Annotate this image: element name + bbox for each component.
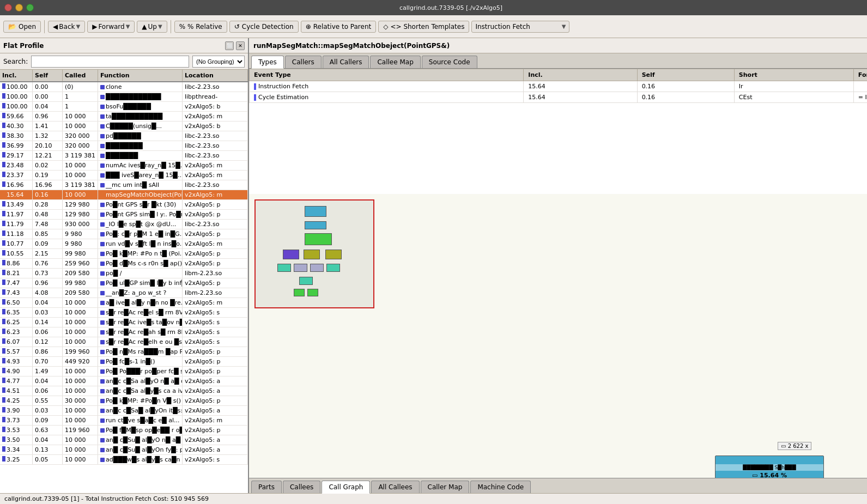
table-row[interactable]: 38.30 1.32 320 000 pd██████ libc-2.23.so [0,131,248,141]
table-row[interactable]: 100.00 0.04 1 bsoFu██████ v2xAlgo5: b [0,102,248,112]
table-row[interactable]: 3.34 0.13 10 000 an█ c█Su█ al█yOn fy█: p… [0,445,248,455]
types-row[interactable]: Cycle Estimation 15.64 0.16 CEst = Ir [250,92,868,103]
td-function: s█r re█Ac re█el s█ rm 8V() [98,308,183,317]
table-row[interactable]: 100.00 0.00 1 ████████████ libpthread- [0,92,248,102]
table-row[interactable]: 4.77 0.04 10 000 an█c c█Sa al█yO n█ a█ d… [0,377,248,386]
table-row[interactable]: 11.18 0.85 9 980 Po█: c█r p█M 1 e█ in█G.… [0,229,248,239]
graph-area[interactable]: ▭ 2 622 x ████████ S█h███ ▭ 15.64 % ▭ 10… [249,194,867,478]
types-row[interactable]: Instruction Fetch 15.64 0.16 Ir [250,81,868,92]
cycle-detection-button[interactable]: ↺ Cycle Detection [229,21,299,33]
table-row[interactable]: 4.51 0.06 10 000 an█c c█Sa al█y█s ca a i… [0,386,248,396]
cycle-icon: ↺ [234,23,240,31]
table-row[interactable]: 29.17 12.21 3 119 381 ███████ libc-2.23.… [0,151,248,161]
table-row[interactable]: 15.64 0.16 10 000 mapSegMatchObeject(Poi… [0,190,248,200]
search-input[interactable] [31,56,189,68]
th-incl[interactable]: Incl. [0,70,33,81]
td-location: v2xAlgo5: b [183,102,248,111]
instruction-fetch-dropdown[interactable]: Instruction Fetch ▼ [471,21,569,33]
td-function: numAc ives█ray_n█ 15█... [98,161,183,170]
td-location: libpthread- [183,92,248,101]
td-function: Po█ k█MP: #Po█n V█ s() [98,396,183,405]
maximize-button[interactable] [26,4,34,11]
shorten-templates-button[interactable]: ◇ <> Shorten Templates [378,21,469,33]
status-text: callgrind.out.7339-05 [1] - Total Instru… [4,495,209,502]
table-row[interactable]: 4.90 1.49 10 000 Po█ Po███r po█per fc█ s… [0,367,248,377]
panel-close-button[interactable]: ✕ [236,41,245,50]
td-location: v2xAlgo5: s [183,455,248,464]
th-location[interactable]: Location [183,70,248,81]
bottom-tab-call-graph[interactable]: Call Graph [322,481,370,494]
crosshair-icon: ⊕ [306,23,311,31]
table-row[interactable]: 7.43 4.08 209 580 __an█Z: a_po w_st ? li… [0,288,248,298]
table-row[interactable]: 6.23 0.06 10 000 s█r re█Ac re█ah s█ rm 8… [0,327,248,337]
grouping-select[interactable]: (No Grouping) [192,56,245,68]
table-row[interactable]: 11.97 0.48 129 980 Po█nt GPS sim█ l y:. … [0,210,248,220]
right-panel: runMapSegMatch::mapSegMatchObeject(Point… [249,38,867,493]
table-row[interactable]: 10.77 0.09 9 980 run vd█v s█ft l█ n ins█… [0,239,248,249]
td-function: __mc um int█ sAll [98,180,183,190]
bottom-tab-callees[interactable]: Callees [283,481,320,493]
td-self: 0.70 [33,357,63,366]
graph-node-top[interactable]: ████████ S█h███ ▭ 15.64 % [715,456,824,478]
mini-graph[interactable] [254,199,374,308]
table-row[interactable]: 59.66 0.96 10 000 ta███████████ v2xAlgo5… [0,112,248,122]
th-function[interactable]: Function [98,70,183,81]
forward-button[interactable]: ▶ Forward ▼ [87,21,135,33]
table-row[interactable]: 6.35 0.03 10 000 s█r re█Ac re█el s█ rm 8… [0,308,248,318]
table-row[interactable]: 40.30 1.41 10 000 C█████(unsig█... v2xAl… [0,122,248,131]
table-row[interactable]: 100.00 0.00 (0) clone libc-2.23.so [0,82,248,92]
td-location: v2xAlgo5: a [183,386,248,396]
panel-float-button[interactable]: ⬜ [225,41,234,50]
tab-all-callers[interactable]: All Callers [323,56,369,68]
table-row[interactable]: 13.49 0.28 129 980 Po█nt GPS s█r █kt (30… [0,200,248,210]
table-row[interactable]: 36.99 20.10 320 000 ████████ libc-2.23.s… [0,141,248,151]
open-button[interactable]: 📂 Open [3,21,41,33]
table-row[interactable]: 23.37 0.19 10 000 ███ iveS█arey_n█ 15█..… [0,171,248,180]
close-button[interactable] [4,4,12,11]
table-row[interactable]: 10.55 2.15 99 980 Po█ k█MP: #Po n t█ (Po… [0,249,248,259]
table-row[interactable]: 6.07 0.12 10 000 s█r re█Ac re█elh e ou █… [0,337,248,347]
window-controls[interactable] [4,4,34,11]
table-row[interactable]: 6.25 0.14 10 000 s█r re█Ac ive█s ta█ov n… [0,318,248,327]
bottom-tab-parts[interactable]: Parts [251,481,282,493]
types-td-self: 0.16 [637,92,734,103]
th-called[interactable]: Called [63,70,98,81]
table-row[interactable]: 3.73 0.09 10 000 run ct█ve s█a█c e█ al..… [0,416,248,426]
table-row[interactable]: 4.25 0.55 30 000 Po█ k█MP: #Po█n V█ s() … [0,396,248,406]
flat-profile-panel: Flat Profile ⬜ ✕ Search: (No Grouping) I… [0,38,249,493]
td-called: (0) [63,82,98,92]
relative-to-parent-button[interactable]: ⊕ Relative to Parent [301,21,377,33]
table-row[interactable]: 23.48 0.02 10 000 numAc ives█ray_n█ 15█.… [0,161,248,171]
relative-button[interactable]: % % Relative [174,21,227,33]
up-icon: ▲ [142,23,147,31]
types-td-event: Cycle Estimation [250,92,524,103]
table-row[interactable]: 3.90 0.03 10 000 an█c c█Sa█ al█yOn it█s:… [0,406,248,416]
table-row[interactable]: 5.57 0.86 199 960 Po█ n█Ms ra███m █ap Po… [0,347,248,357]
td-function: _IO l█e sp█t @x @dU... [98,220,183,229]
tab-callee-map[interactable]: Callee Map [370,56,420,68]
td-incl: 16.96 [0,180,33,190]
table-row[interactable]: 11.79 7.48 930 000 _IO l█e sp█t @x @dU..… [0,220,248,229]
tab-callers[interactable]: Callers [285,56,322,68]
table-row[interactable]: 7.47 0.96 99 980 Po█ ul█GP sim█ l█y b in… [0,278,248,288]
th-self[interactable]: Self [33,70,63,81]
minimize-button[interactable] [15,4,23,11]
tab-types[interactable]: Types [251,56,284,69]
td-location: v2xAlgo5: p [183,278,248,288]
up-button[interactable]: ▲ Up ▼ [137,21,167,33]
bottom-tab-all-callees[interactable]: All Callees [371,481,419,493]
table-row[interactable]: 16.96 16.96 3 119 381 __mc um int█ sAll … [0,180,248,190]
tab-source-code[interactable]: Source Code [422,56,477,68]
table-row[interactable]: 8.21 0.73 209 580 po█ / libm-2.23.so [0,269,248,278]
table-row[interactable]: 4.93 0.70 449 920 Po█ fc█s-1 in█() v2xAl… [0,357,248,367]
td-called: 209 580 [63,269,98,278]
back-button[interactable]: ◀ Back ▼ [48,21,85,33]
table-row[interactable]: 3.25 0.05 10 000 ad███w█s al█y█s ca█n d█… [0,455,248,465]
bottom-tab-caller-map[interactable]: Caller Map [421,481,470,493]
table-row[interactable]: 3.53 0.63 119 960 Po█ f█M█sp op█e██ r o█… [0,426,248,435]
table-row[interactable]: 8.86 0.76 259 960 Po█ d█Ms c-s r0n s█ ap… [0,259,248,269]
bottom-tab-machine-code[interactable]: Machine Code [470,481,531,493]
table-row[interactable]: 3.50 0.04 10 000 an█ c█Su█ al█yO n█ a█ s… [0,435,248,445]
td-incl: 23.48 [0,161,33,170]
table-row[interactable]: 6.50 0.04 10 000 a█ ive█ al█y n█n no █re… [0,298,248,308]
